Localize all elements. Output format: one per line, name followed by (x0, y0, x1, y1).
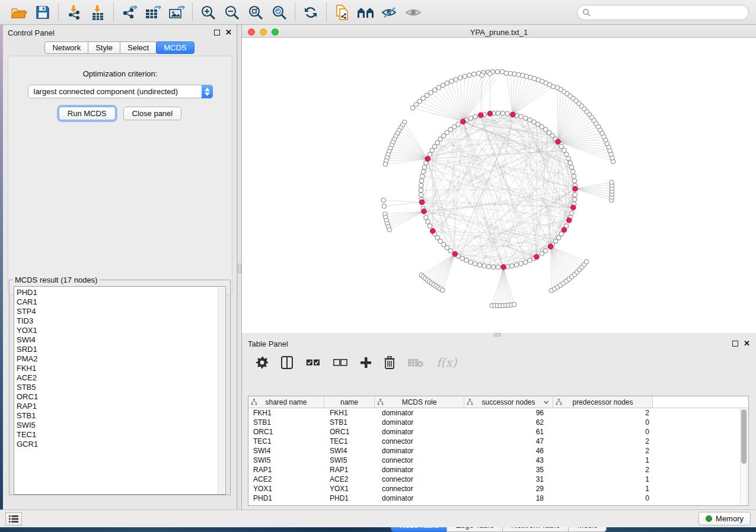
table-cell: STB1 (248, 418, 324, 427)
result-node-item[interactable]: SWI4 (17, 335, 225, 345)
table-row[interactable]: SWI5SWI5connector431 (248, 456, 748, 465)
control-panel: Control Panel ✕ Network Style Select MCD… (3, 25, 237, 509)
hide-selected-button[interactable] (378, 2, 401, 23)
task-history-button[interactable] (5, 512, 22, 525)
zoom-in-button[interactable] (196, 2, 220, 23)
tab-network[interactable]: Network (44, 41, 88, 54)
result-node-item[interactable]: TID3 (17, 316, 225, 326)
splitter-grip[interactable] (238, 264, 241, 273)
result-node-item[interactable]: FKH1 (17, 364, 225, 373)
table-row[interactable]: ORC1ORC1dominator610 (248, 427, 748, 437)
show-columns-button[interactable] (281, 356, 293, 369)
float-panel-icon[interactable] (732, 341, 738, 347)
result-node-item[interactable]: TEC1 (17, 430, 225, 440)
zoom-fit-button[interactable] (244, 2, 267, 23)
main-toolbar (0, 0, 756, 25)
result-node-item[interactable]: YOX1 (17, 326, 225, 335)
import-network-button[interactable] (62, 2, 86, 23)
delete-column-button[interactable] (384, 356, 395, 369)
import-table-button[interactable] (86, 2, 110, 23)
column-header-name[interactable]: name (324, 396, 375, 408)
close-panel-icon[interactable]: ✕ (225, 30, 232, 36)
result-node-item[interactable]: SWI5 (17, 421, 225, 430)
result-node-item[interactable]: ACE2 (17, 373, 225, 383)
result-node-item[interactable]: PHD1 (17, 288, 225, 297)
result-node-item[interactable]: CAR1 (17, 297, 225, 307)
result-node-item[interactable]: STP4 (17, 307, 225, 316)
table-row[interactable]: STB1STB1dominator620 (248, 418, 748, 427)
column-label: name (340, 398, 358, 406)
result-node-item[interactable]: SRD1 (17, 345, 225, 354)
eye-slash-icon (381, 5, 398, 20)
first-neighbors-button[interactable] (354, 2, 378, 23)
table-row[interactable]: ACE2ACE2connector311 (248, 475, 748, 484)
copy-network-icon (334, 4, 350, 21)
result-node-item[interactable]: STB5 (17, 383, 225, 392)
memory-button[interactable]: Memory (698, 512, 751, 525)
export-table-button[interactable] (141, 2, 165, 23)
close-panel-icon[interactable]: ✕ (744, 341, 750, 347)
close-panel-button[interactable]: Close panel (123, 107, 182, 120)
column-header-predecessor-nodes[interactable]: predecessor nodes (553, 396, 653, 408)
result-scrollbar[interactable] (218, 287, 225, 495)
table-cell: 2 (553, 408, 653, 418)
save-session-button[interactable] (31, 2, 55, 23)
tab-select[interactable]: Select (120, 41, 157, 54)
export-network-button[interactable] (117, 2, 141, 23)
table-cell: 1 (553, 484, 653, 493)
table-row[interactable]: PHD1PHD1dominator180 (248, 493, 748, 503)
copy-network-button[interactable] (330, 2, 354, 23)
zoom-out-button[interactable] (220, 2, 244, 23)
deselect-all-icon (333, 359, 347, 366)
result-node-item[interactable]: PMA2 (17, 354, 225, 364)
search-input[interactable] (577, 5, 749, 20)
vertical-splitter[interactable] (237, 25, 242, 509)
import-network-icon (66, 5, 82, 20)
memory-label: Memory (716, 514, 744, 523)
column-label: shared name (265, 398, 307, 406)
table-cell: STB1 (324, 418, 375, 427)
select-all-button[interactable] (306, 359, 320, 366)
export-network-icon (121, 5, 138, 20)
float-panel-icon[interactable] (214, 30, 220, 36)
table-row[interactable]: SWI4SWI4dominator462 (248, 446, 748, 456)
table-cell: FKH1 (248, 408, 324, 418)
result-node-item[interactable]: ORC1 (17, 392, 225, 402)
table-scrollbar[interactable] (740, 409, 747, 505)
table-cell: 2 (553, 437, 653, 446)
tab-style[interactable]: Style (88, 41, 120, 54)
column-header-mcds-role[interactable]: MCDS role (375, 396, 464, 408)
table-cell: YOX1 (248, 484, 324, 493)
table-cell: dominator (375, 408, 464, 418)
table-row[interactable]: RAP1RAP1dominator352 (248, 465, 748, 475)
memory-status-icon (706, 515, 712, 522)
table-row[interactable]: FKH1FKH1dominator962 (248, 408, 748, 418)
show-all-button[interactable] (401, 2, 425, 23)
deselect-all-button[interactable] (333, 359, 347, 366)
table-row[interactable]: TEC1TEC1connector472 (248, 437, 748, 446)
table-cell: SWI5 (248, 456, 324, 465)
optimization-criterion-dropdown[interactable]: largest connected component (undirected) (28, 85, 213, 98)
network-graph (242, 38, 756, 333)
column-header-shared-name[interactable]: shared name (248, 396, 324, 408)
result-node-item[interactable]: RAP1 (17, 402, 225, 411)
result-node-item[interactable]: STB1 (17, 411, 225, 421)
network-view-canvas[interactable] (242, 38, 756, 333)
table-cell: 18 (464, 493, 553, 503)
result-node-item[interactable]: GCR1 (17, 440, 225, 449)
export-image-icon (168, 5, 185, 20)
add-column-button[interactable] (361, 357, 371, 368)
zoom-selected-button[interactable] (267, 2, 291, 23)
table-row[interactable]: YOX1YOX1connector291 (248, 484, 748, 493)
export-image-button[interactable] (165, 2, 189, 23)
tab-mcds[interactable]: MCDS (156, 41, 194, 54)
column-header-successor-nodes[interactable]: successor nodes (464, 396, 553, 408)
table-cell: connector (375, 437, 464, 446)
table-scrollbar-thumb[interactable] (741, 409, 747, 464)
run-mcds-button[interactable]: Run MCDS (59, 107, 116, 120)
refresh-layout-button[interactable] (299, 2, 323, 23)
search-icon (582, 8, 591, 17)
table-settings-button[interactable] (256, 357, 268, 368)
open-file-button[interactable] (7, 2, 31, 23)
table-cell-filler (653, 493, 748, 503)
